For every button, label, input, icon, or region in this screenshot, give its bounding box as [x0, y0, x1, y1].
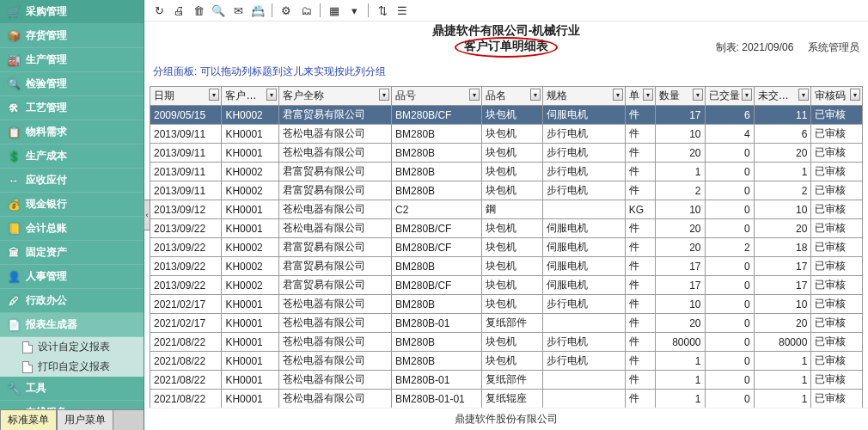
sidebar-item-7[interactable]: ↔应收应付: [0, 169, 144, 193]
toolbar-icon: 📇: [251, 4, 265, 17]
table-row[interactable]: 2021/02/17KH0001苍松电器有限公司BM280B块包机步行电机件10…: [150, 295, 863, 314]
table-cell: 件: [625, 238, 656, 257]
column-filter-dropdown-icon[interactable]: ▾: [798, 89, 809, 101]
table-cell: 10: [656, 125, 705, 144]
table-cell: BM280B: [392, 333, 482, 352]
table-cell: 已审核: [811, 352, 863, 371]
report-date: 2021/09/06: [742, 41, 793, 53]
table-row[interactable]: 2021/08/22KH0001苍松电器有限公司BM280B-01复纸部件件10…: [150, 371, 863, 390]
sidebar-item-8[interactable]: 💰现金银行: [0, 193, 144, 217]
table-cell: 2021/08/22: [150, 371, 222, 390]
table-cell: C2: [392, 200, 482, 219]
sidebar-item-3[interactable]: 🔍检验管理: [0, 72, 144, 96]
toolbar-icon: ☰: [397, 4, 407, 17]
toolbar-button-2[interactable]: 🗑: [189, 2, 208, 19]
toolbar-button-8[interactable]: 🗂: [296, 2, 315, 19]
grid-header-cell[interactable]: 客户全称▾: [279, 87, 392, 106]
column-filter-dropdown-icon[interactable]: ▾: [850, 89, 860, 101]
sidebar-tab-user[interactable]: 用户菜单: [57, 409, 113, 430]
sidebar-item-11[interactable]: 👤人事管理: [0, 265, 144, 289]
table-cell: 2013/09/11: [150, 125, 222, 144]
sidebar-item-14[interactable]: 🔧工具: [0, 377, 144, 401]
sidebar-item-12[interactable]: 🖊行政办公: [0, 289, 144, 313]
table-cell: 块包机: [481, 276, 542, 295]
column-filter-dropdown-icon[interactable]: ▾: [469, 89, 480, 101]
toolbar-button-10[interactable]: ▦: [325, 2, 344, 19]
sidebar-item-icon: 🔍: [7, 77, 21, 91]
table-cell: 0: [705, 295, 754, 314]
table-row[interactable]: 2021/08/22KH0001苍松电器有限公司BM280B-01-01复纸辊座…: [150, 390, 863, 408]
sidebar-child-0[interactable]: 设计自定义报表: [0, 337, 144, 357]
column-filter-dropdown-icon[interactable]: ▾: [693, 89, 703, 101]
sidebar-item-9[interactable]: 📒会计总账: [0, 217, 144, 241]
grid-header-cell[interactable]: 客户编号▾: [222, 87, 279, 106]
column-filter-dropdown-icon[interactable]: ▾: [379, 89, 389, 101]
toolbar-button-7[interactable]: ⚙: [277, 2, 296, 19]
table-row[interactable]: 2013/09/11KH0002君富贸易有限公司BM280B块包机步行电机件10…: [150, 163, 863, 181]
toolbar-button-0[interactable]: ↻: [150, 2, 168, 19]
table-row[interactable]: 2009/05/15KH0002君富贸易有限公司BM280B/CF块包机伺服电机…: [150, 106, 863, 125]
table-cell: 块包机: [481, 106, 542, 125]
table-cell: 件: [625, 352, 656, 371]
table-cell: 1: [754, 371, 811, 390]
table-cell: 件: [625, 163, 656, 181]
grid-header-cell[interactable]: 已交量▾: [705, 87, 754, 106]
sidebar-item-4[interactable]: 🛠工艺管理: [0, 96, 144, 120]
table-row[interactable]: 2013/09/11KH0001苍松电器有限公司BM280B块包机步行电机件10…: [150, 125, 863, 144]
table-row[interactable]: 2013/09/22KH0001苍松电器有限公司BM280B/CF块包机伺服电机…: [150, 219, 863, 238]
table-cell: 1: [754, 163, 811, 181]
grid-header-cell[interactable]: 未交数量▾: [754, 87, 811, 106]
toolbar-button-1[interactable]: 🖨: [169, 2, 188, 19]
table-cell: 步行电机: [543, 163, 625, 181]
table-cell: BM280B-01: [392, 371, 482, 390]
toolbar-button-14[interactable]: ☰: [393, 2, 412, 19]
sidebar-item-icon: 🏭: [7, 53, 21, 67]
sidebar-item-0[interactable]: 🛒采购管理: [0, 0, 144, 24]
group-panel-hint[interactable]: 分组面板: 可以拖动列标题到这儿来实现按此列分组: [144, 59, 868, 86]
sidebar-item-10[interactable]: 🏛固定资产: [0, 241, 144, 265]
table-cell: 17: [656, 257, 705, 276]
table-cell: KH0002: [222, 181, 279, 200]
sidebar-tab-standard[interactable]: 标准菜单: [0, 409, 57, 430]
table-cell: 2013/09/22: [150, 257, 222, 276]
grid-header-cell[interactable]: 单▾: [625, 87, 656, 106]
table-cell: 6: [705, 106, 754, 125]
grid-header-cell[interactable]: 日期▾: [150, 87, 222, 106]
grid-header-cell[interactable]: 品名▾: [481, 87, 542, 106]
sidebar-item-2[interactable]: 🏭生产管理: [0, 48, 144, 72]
table-row[interactable]: 2013/09/22KH0002君富贸易有限公司BM280B/CF块包机伺服电机…: [150, 276, 863, 295]
table-cell: 2: [656, 181, 705, 200]
column-filter-dropdown-icon[interactable]: ▾: [643, 89, 653, 101]
sidebar-collapse-handle[interactable]: ‹: [144, 200, 150, 230]
grid-header-cell[interactable]: 规格▾: [543, 87, 625, 106]
table-row[interactable]: 2013/09/11KH0001苍松电器有限公司BM280B块包机步行电机件20…: [150, 144, 863, 163]
table-row[interactable]: 2013/09/22KH0002君富贸易有限公司BM280B块包机伺服电机件17…: [150, 257, 863, 276]
grid-header-cell[interactable]: 数量▾: [656, 87, 705, 106]
toolbar-button-11[interactable]: ▾: [345, 2, 364, 19]
table-row[interactable]: 2021/08/22KH0001苍松电器有限公司BM280B块包机步行电机件80…: [150, 333, 863, 352]
toolbar-button-4[interactable]: ✉: [229, 2, 248, 19]
sidebar-child-1[interactable]: 打印自定义报表: [0, 357, 144, 377]
column-filter-dropdown-icon[interactable]: ▾: [613, 89, 623, 101]
toolbar-button-5[interactable]: 📇: [248, 2, 267, 19]
toolbar-button-13[interactable]: ⇅: [373, 2, 392, 19]
table-row[interactable]: 2021/08/22KH0001苍松电器有限公司BM280B块包机步行电机件10…: [150, 352, 863, 371]
sidebar-item-15[interactable]: ☁在线服务: [0, 401, 144, 409]
table-row[interactable]: 2021/02/17KH0001苍松电器有限公司BM280B-01复纸部件件20…: [150, 314, 863, 333]
toolbar-button-3[interactable]: 🔍: [209, 2, 228, 19]
column-filter-dropdown-icon[interactable]: ▾: [266, 89, 277, 101]
table-row[interactable]: 2013/09/12KH0001苍松电器有限公司C2鋼KG10010已审核: [150, 200, 863, 219]
column-filter-dropdown-icon[interactable]: ▾: [209, 89, 219, 101]
sidebar-item-13[interactable]: 📄报表生成器: [0, 313, 144, 337]
table-cell: 君富贸易有限公司: [279, 163, 392, 181]
sidebar-item-5[interactable]: 📋物料需求: [0, 120, 144, 144]
table-row[interactable]: 2013/09/11KH0002君富贸易有限公司BM280B块包机步行电机件20…: [150, 181, 863, 200]
column-filter-dropdown-icon[interactable]: ▾: [530, 89, 541, 101]
column-filter-dropdown-icon[interactable]: ▾: [742, 89, 752, 101]
grid-header-cell[interactable]: 品号▾: [392, 87, 482, 106]
grid-header-cell[interactable]: 审核码▾: [811, 87, 863, 106]
sidebar-item-6[interactable]: 💲生产成本: [0, 144, 144, 169]
table-row[interactable]: 2013/09/22KH0002君富贸易有限公司BM280B/CF块包机伺服电机…: [150, 238, 863, 257]
sidebar-item-1[interactable]: 📦存货管理: [0, 24, 144, 48]
table-cell: BM280B/CF: [392, 219, 482, 238]
